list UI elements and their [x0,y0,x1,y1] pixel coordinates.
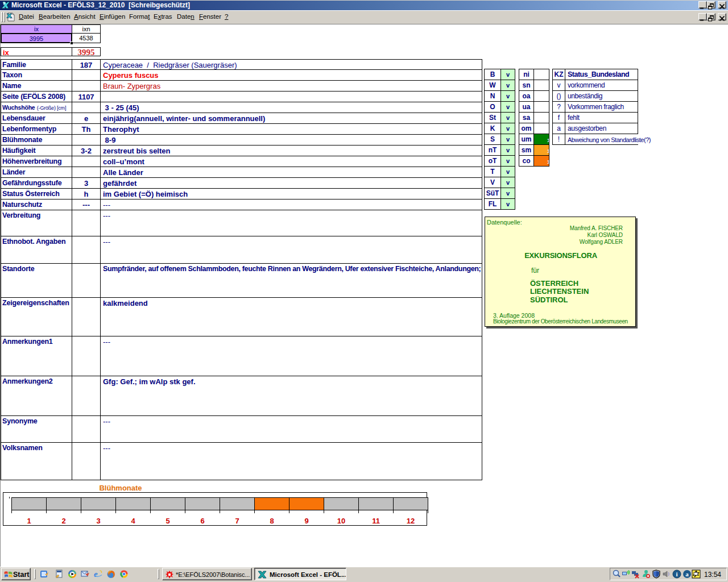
svg-text:i: i [676,571,677,577]
svg-text:a: a [685,571,689,577]
svg-text:e: e [94,569,98,579]
